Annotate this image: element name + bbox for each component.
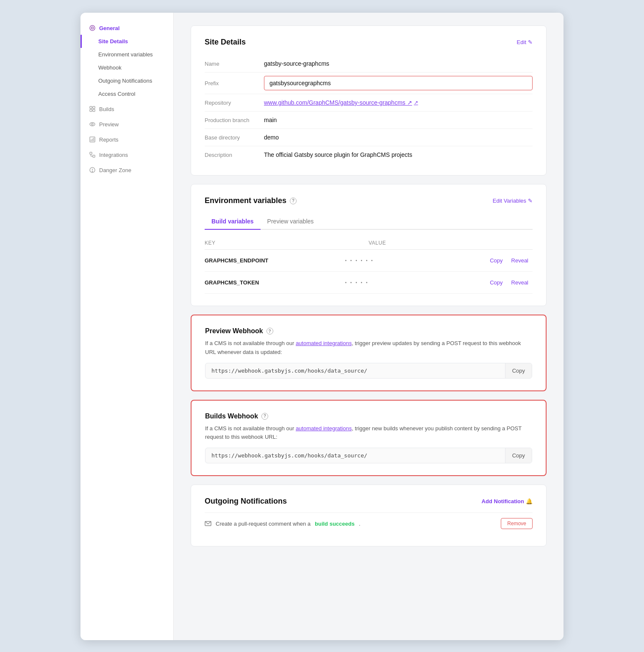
env-vars-edit-link[interactable]: Edit Variables ✎ (493, 198, 533, 204)
reveal-endpoint-button[interactable]: Reveal (507, 256, 533, 265)
sidebar-section-reports: Reports (80, 133, 173, 146)
sidebar-item-webhook[interactable]: Webhook (80, 61, 173, 74)
pencil-icon-env: ✎ (528, 198, 533, 204)
builds-webhook-card: Builds Webhook ? If a CMS is not availab… (191, 400, 547, 476)
svg-rect-2 (90, 106, 92, 109)
svg-point-1 (92, 27, 94, 29)
prefix-label: Prefix (205, 80, 264, 86)
base-directory-row: Base directory demo (205, 129, 533, 146)
sidebar-item-label: Access Control (98, 91, 135, 97)
site-details-header: Site Details Edit ✎ (205, 38, 533, 47)
main-content: Site Details Edit ✎ Name gatsby-source-g… (174, 13, 564, 640)
builds-webhook-desc-before: If a CMS is not available through our (205, 425, 296, 432)
notification-icon (205, 520, 211, 527)
site-name-row: Name gatsby-source-graphcms (205, 55, 533, 72)
sidebar-reports-label: Reports (99, 137, 119, 143)
svg-point-18 (92, 171, 93, 172)
build-variables-tab-label: Build variables (211, 218, 254, 225)
name-value: gatsby-source-graphcms (264, 60, 533, 67)
preview-webhook-help-icon[interactable]: ? (266, 328, 273, 334)
general-icon (89, 25, 96, 31)
base-directory-label: Base directory (205, 134, 264, 141)
env-vars-card: Environment variables ? Edit Variables ✎… (191, 184, 547, 306)
sidebar-preview-header[interactable]: Preview (80, 117, 173, 131)
notification-text-before: Create a pull-request comment when a (216, 521, 311, 527)
site-details-edit-link[interactable]: Edit ✎ (517, 39, 533, 45)
description-row: Description The official Gatsby source p… (205, 146, 533, 163)
prefix-row: Prefix (205, 72, 533, 94)
sidebar-preview-label: Preview (99, 121, 119, 128)
bell-icon: 🔔 (526, 498, 533, 504)
builds-icon (89, 106, 96, 112)
sidebar-integrations-header[interactable]: Integrations (80, 148, 173, 162)
builds-webhook-url: https://webhook.gatsbyjs.com/hooks/data_… (205, 448, 505, 463)
sidebar-section-danger-zone: Danger Zone (80, 163, 173, 177)
tab-preview-variables[interactable]: Preview variables (261, 214, 321, 230)
svg-point-0 (90, 25, 95, 31)
copy-token-button[interactable]: Copy (486, 278, 507, 287)
builds-webhook-title-text: Builds Webhook (205, 412, 258, 420)
reveal-token-button[interactable]: Reveal (507, 278, 533, 287)
svg-rect-4 (90, 109, 92, 111)
builds-webhook-copy-button[interactable]: Copy (505, 448, 532, 463)
preview-webhook-card: Preview Webhook ? If a CMS is not availa… (191, 315, 547, 391)
sidebar-danger-label: Danger Zone (99, 167, 131, 173)
sidebar-item-access-control[interactable]: Access Control (80, 87, 173, 100)
add-notification-button[interactable]: Add Notification 🔔 (482, 498, 533, 504)
sidebar-item-outgoing-notifications[interactable]: Outgoing Notifications (80, 74, 173, 87)
sidebar-item-site-details[interactable]: Site Details (80, 35, 173, 48)
sidebar-builds-header[interactable]: Builds (80, 102, 173, 116)
production-branch-label: Production branch (205, 117, 264, 123)
repository-value[interactable]: www.github.com/GraphCMS/gatsby-source-gr… (264, 99, 533, 106)
sidebar-item-label: Site Details (98, 38, 128, 45)
add-notif-label: Add Notification (482, 498, 524, 504)
copy-endpoint-button[interactable]: Copy (486, 256, 507, 265)
preview-webhook-title-text: Preview Webhook (205, 327, 263, 335)
repository-row: Repository www.github.com/GraphCMS/gatsb… (205, 94, 533, 111)
base-directory-value: demo (264, 134, 533, 141)
builds-webhook-url-row: https://webhook.gatsbyjs.com/hooks/data_… (205, 448, 532, 463)
sidebar-integrations-label: Integrations (99, 152, 128, 158)
notification-success-link[interactable]: build succeeds (315, 521, 355, 527)
site-details-title: Site Details (205, 38, 246, 47)
notification-row: Create a pull-request comment when a bui… (205, 513, 533, 534)
prefix-input[interactable] (264, 76, 533, 90)
edit-variables-label: Edit Variables (493, 198, 526, 204)
preview-icon (89, 121, 96, 128)
edit-label: Edit (517, 39, 526, 45)
page-wrapper: General Site Details Environment variabl… (80, 13, 564, 640)
notification-row-left: Create a pull-request comment when a bui… (205, 520, 361, 527)
sidebar-reports-header[interactable]: Reports (80, 133, 173, 146)
svg-point-7 (92, 123, 93, 125)
builds-webhook-desc: If a CMS is not available through our au… (205, 424, 532, 442)
sidebar-item-label: Outgoing Notifications (98, 78, 152, 84)
builds-webhook-help-icon[interactable]: ? (261, 413, 268, 420)
builds-webhook-automated-link[interactable]: automated integrations (296, 425, 352, 432)
preview-webhook-copy-button[interactable]: Copy (505, 363, 532, 378)
preview-webhook-desc: If a CMS is not available through our au… (205, 339, 532, 357)
tab-build-variables[interactable]: Build variables (205, 214, 261, 230)
production-branch-row: Production branch main (205, 111, 533, 129)
sidebar-general-header[interactable]: General (80, 21, 173, 35)
sidebar-section-builds: Builds (80, 102, 173, 116)
preview-webhook-url-row: https://webhook.gatsbyjs.com/hooks/data_… (205, 363, 532, 379)
description-label: Description (205, 152, 264, 158)
remove-notification-button[interactable]: Remove (501, 518, 533, 529)
preview-webhook-title: Preview Webhook ? (205, 327, 532, 335)
env-key-endpoint: GRAPHCMS_ENDPOINT (205, 257, 345, 264)
env-vars-title: Environment variables (205, 196, 286, 205)
value-col-label: Value (369, 240, 533, 246)
repository-label: Repository (205, 100, 264, 106)
sidebar-danger-header[interactable]: Danger Zone (80, 163, 173, 177)
sidebar-item-environment-variables[interactable]: Environment variables (80, 48, 173, 61)
integrations-icon (89, 151, 96, 158)
notification-text-after: . (359, 521, 361, 527)
env-vars-header: Environment variables ? Edit Variables ✎ (205, 196, 533, 205)
description-value: The official Gatsby source plugin for Gr… (264, 151, 533, 158)
env-vars-help-icon[interactable]: ? (290, 198, 297, 204)
danger-icon (89, 167, 96, 173)
env-vars-tabs: Build variables Preview variables (205, 214, 533, 230)
outgoing-notifications-header: Outgoing Notifications Add Notification … (205, 497, 533, 506)
preview-webhook-automated-link[interactable]: automated integrations (296, 340, 352, 346)
env-dots-endpoint: • • • • • • (345, 258, 486, 263)
